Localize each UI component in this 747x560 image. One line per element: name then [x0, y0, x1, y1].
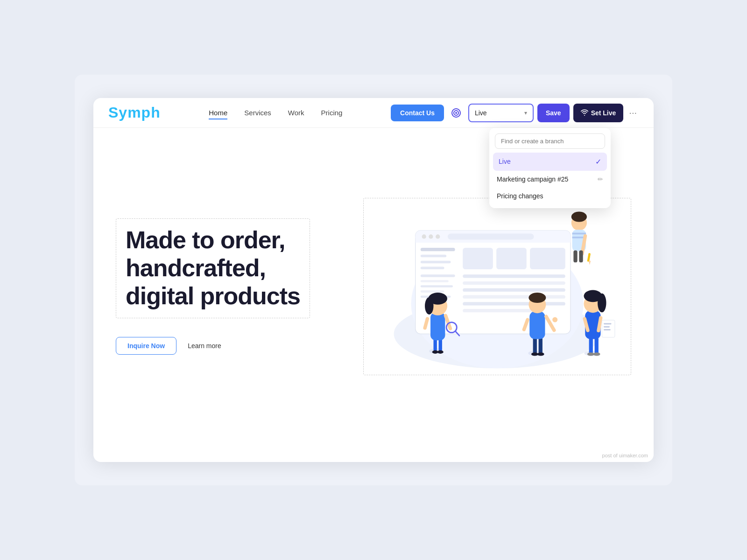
hero-title-line3: digital products — [126, 282, 300, 309]
chevron-down-icon: ▾ — [524, 110, 527, 116]
branch-option-pricing[interactable]: Pricing changes — [489, 188, 611, 204]
svg-rect-24 — [463, 309, 540, 312]
nav-item-pricing[interactable]: Pricing — [321, 109, 343, 117]
nav: Home Services Work Pricing — [209, 109, 342, 117]
contact-us-button[interactable]: Contact Us — [391, 105, 444, 121]
branch-option-marketing-label: Marketing campaign #25 — [497, 175, 568, 183]
illustration-frame — [363, 198, 631, 375]
svg-point-2 — [455, 112, 457, 114]
nav-links: Home Services Work Pricing — [209, 109, 342, 117]
hero-right — [363, 198, 631, 375]
svg-point-57 — [587, 352, 594, 356]
svg-rect-48 — [529, 312, 545, 339]
svg-point-58 — [593, 352, 600, 356]
svg-rect-64 — [602, 320, 615, 337]
more-options-button[interactable]: ··· — [627, 107, 639, 118]
set-live-label: Set Live — [591, 109, 616, 117]
svg-point-38 — [425, 297, 433, 315]
svg-point-53 — [552, 317, 557, 322]
outer-frame: Symph Home Services Work Pricing — [75, 75, 672, 485]
branch-option-live-label: Live — [499, 158, 511, 165]
hero-title: Made to order, handcrafted, digital prod… — [126, 226, 300, 310]
hero-title-line2: handcrafted, — [126, 254, 266, 281]
svg-point-9 — [429, 234, 433, 238]
edit-icon[interactable]: ✏ — [598, 175, 603, 183]
learn-more-link[interactable]: Learn more — [188, 342, 221, 350]
svg-rect-15 — [421, 267, 444, 270]
svg-rect-27 — [421, 285, 453, 287]
svg-rect-16 — [463, 248, 493, 269]
nav-right: Contact Us Live ▾ Save — [391, 104, 639, 122]
svg-rect-65 — [604, 323, 612, 324]
logo: Symph — [108, 104, 161, 121]
hero-text-box: Made to order, handcrafted, digital prod… — [116, 218, 310, 318]
svg-rect-44 — [533, 337, 537, 354]
svg-rect-20 — [463, 281, 565, 285]
set-live-button[interactable]: Set Live — [573, 104, 624, 122]
svg-rect-11 — [448, 234, 534, 240]
svg-rect-35 — [430, 312, 445, 340]
svg-marker-76 — [589, 261, 591, 265]
target-icon[interactable] — [448, 105, 465, 121]
branch-selector[interactable]: Live ▾ — [468, 104, 534, 122]
svg-rect-26 — [421, 280, 449, 282]
hero-actions: Inquire Now Learn more — [116, 337, 348, 355]
svg-rect-67 — [604, 329, 611, 330]
svg-rect-18 — [530, 248, 565, 269]
nav-item-services[interactable]: Services — [244, 109, 271, 117]
branch-option-live[interactable]: Live ✓ — [493, 153, 607, 171]
svg-point-8 — [422, 234, 426, 238]
svg-point-62 — [598, 294, 606, 313]
check-icon: ✓ — [595, 157, 601, 166]
svg-point-33 — [432, 350, 438, 354]
svg-rect-75 — [587, 253, 591, 262]
svg-rect-12 — [421, 248, 455, 251]
nav-item-work[interactable]: Work — [288, 109, 304, 117]
svg-rect-13 — [421, 255, 446, 258]
branch-option-pricing-label: Pricing changes — [497, 192, 543, 200]
svg-rect-56 — [594, 337, 598, 354]
branch-value: Live — [475, 109, 487, 117]
svg-rect-55 — [589, 337, 592, 354]
branch-dropdown: Live ✓ Marketing campaign #25 ✏ Pricing … — [489, 128, 611, 208]
svg-rect-21 — [463, 288, 565, 292]
svg-rect-45 — [539, 337, 543, 354]
svg-point-70 — [571, 211, 587, 222]
hero-left: Made to order, handcrafted, digital prod… — [116, 218, 363, 354]
browser-window: Symph Home Services Work Pricing — [93, 98, 654, 462]
branch-search-input[interactable] — [495, 133, 605, 149]
svg-point-50 — [529, 293, 546, 303]
branch-option-marketing[interactable]: Marketing campaign #25 ✏ — [489, 171, 611, 188]
svg-rect-28 — [421, 290, 444, 293]
svg-rect-25 — [421, 274, 455, 277]
watermark: post of uimaker.com — [602, 453, 648, 458]
svg-rect-22 — [463, 295, 565, 298]
hero-title-line1: Made to order, — [126, 226, 285, 253]
svg-rect-78 — [579, 250, 583, 262]
svg-point-34 — [437, 350, 444, 354]
save-button[interactable]: Save — [537, 104, 570, 122]
svg-point-47 — [537, 352, 544, 356]
toolbar: Symph Home Services Work Pricing — [93, 98, 654, 128]
inquire-now-button[interactable]: Inquire Now — [116, 337, 176, 355]
nav-item-home[interactable]: Home — [209, 109, 227, 117]
svg-rect-66 — [604, 326, 610, 328]
svg-rect-72 — [572, 233, 586, 235]
hero-illustration — [364, 198, 631, 375]
svg-rect-17 — [496, 248, 527, 269]
svg-rect-77 — [573, 250, 577, 262]
svg-point-10 — [436, 234, 440, 238]
svg-rect-23 — [463, 302, 565, 305]
wifi-icon — [581, 109, 588, 117]
svg-point-46 — [531, 352, 538, 356]
svg-rect-19 — [463, 274, 565, 278]
svg-rect-14 — [421, 261, 451, 264]
